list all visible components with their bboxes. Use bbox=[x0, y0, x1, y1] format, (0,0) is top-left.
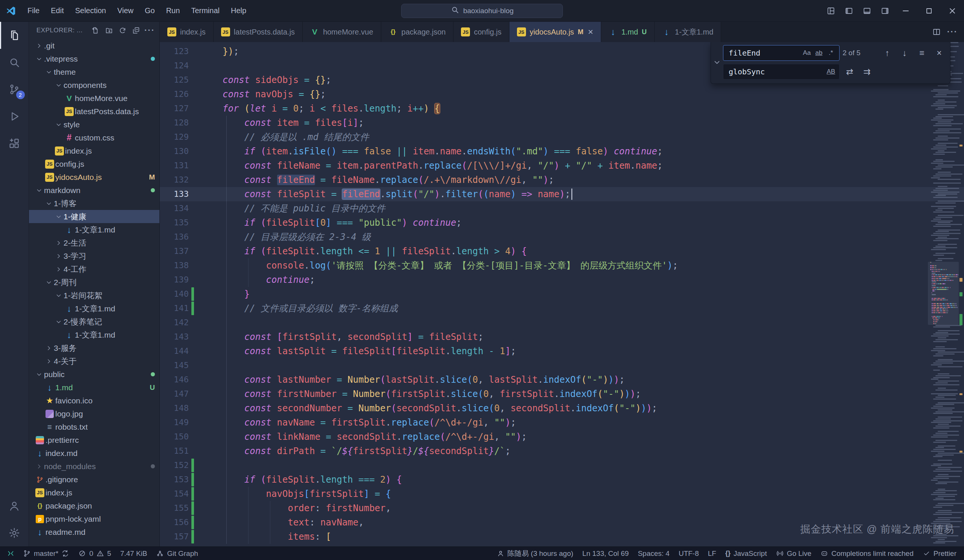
tree-item-2-周刊[interactable]: 2-周刊 bbox=[29, 276, 160, 289]
tab-index.js[interactable]: JSindex.js bbox=[160, 22, 213, 42]
activity-account[interactable] bbox=[0, 492, 29, 519]
previous-match-button[interactable]: ↑ bbox=[880, 46, 894, 60]
customize-layout-icon[interactable] bbox=[822, 0, 840, 21]
tree-item-1.md[interactable]: ↓1.mdU bbox=[29, 381, 160, 394]
activity-extensions[interactable] bbox=[0, 130, 29, 157]
tree-item-homeMore.vue[interactable]: VhomeMore.vue bbox=[29, 92, 160, 105]
code-line-149[interactable]: 149 const navName = firstSplit.replace(/… bbox=[160, 416, 964, 430]
tree-item-robots.txt[interactable]: ≡robots.txt bbox=[29, 420, 160, 433]
blame-status[interactable]: 陈随易 (3 hours ago) bbox=[492, 547, 578, 560]
code-line-152[interactable]: 152 bbox=[160, 458, 964, 472]
close-button[interactable] bbox=[941, 0, 964, 21]
menu-selection[interactable]: Selection bbox=[70, 6, 112, 15]
tree-item-components[interactable]: components bbox=[29, 78, 160, 92]
tree-item-.prettierrc[interactable]: .prettierrc bbox=[29, 433, 160, 446]
tree-item-1-岩间花絮[interactable]: 1-岩间花絮 bbox=[29, 289, 160, 302]
refresh-button[interactable] bbox=[116, 24, 129, 37]
tab-latestPosts.data.js[interactable]: JSlatestPosts.data.js bbox=[213, 22, 303, 42]
replace-input[interactable] bbox=[728, 67, 825, 76]
tab-1-文章1.md[interactable]: ↓1-文章1.md bbox=[655, 22, 721, 42]
tree-item-style[interactable]: style bbox=[29, 118, 160, 131]
code-line-139[interactable]: 139 continue; bbox=[160, 273, 964, 287]
code-line-137[interactable]: 137 if (fileSplit.length <= 1 || fileSpl… bbox=[160, 244, 964, 258]
tree-item-latestPosts.data.js[interactable]: JSlatestPosts.data.js bbox=[29, 105, 160, 118]
menu-run[interactable]: Run bbox=[161, 6, 186, 15]
tree-item-theme[interactable]: theme bbox=[29, 65, 160, 78]
code-line-147[interactable]: 147 const firstNumber = Number(firstSpli… bbox=[160, 387, 964, 401]
maximize-button[interactable] bbox=[917, 0, 941, 21]
completions-status[interactable]: Completions limit reached bbox=[816, 547, 918, 560]
find-in-selection-button[interactable]: ≡ bbox=[915, 46, 929, 60]
code-line-134[interactable]: 134 // 不能是 public 目录中的文件 bbox=[160, 201, 964, 216]
code-line-133[interactable]: 133 const fileSplit = fileEnd.split("/")… bbox=[160, 187, 964, 201]
tree-item-1-文章1.md[interactable]: ↓1-文章1.md bbox=[29, 302, 160, 315]
code-line-144[interactable]: 144 const lastSplit = fileSplit[fileSpli… bbox=[160, 344, 964, 358]
code-line-154[interactable]: 154 navObjs[firstSplit] = { bbox=[160, 487, 964, 501]
tree-item-1-博客[interactable]: 1-博客 bbox=[29, 197, 160, 210]
cursor-position-status[interactable]: Ln 133, Col 69 bbox=[578, 547, 633, 560]
menu-help[interactable]: Help bbox=[225, 6, 252, 15]
encoding-status[interactable]: UTF-8 bbox=[674, 547, 703, 560]
more-button[interactable]: ··· bbox=[143, 24, 156, 37]
code-line-155[interactable]: 155 order: firstNumber, bbox=[160, 501, 964, 515]
tree-item-1-文章1.md[interactable]: ↓1-文章1.md bbox=[29, 223, 160, 236]
git-graph-status[interactable]: Git Graph bbox=[151, 547, 202, 560]
editor[interactable]: 123});124125const sideObjs = {};126const… bbox=[160, 42, 964, 547]
code-line-143[interactable]: 143 const [firstSplit, secondSplit] = fi… bbox=[160, 330, 964, 344]
code-line-138[interactable]: 138 console.log('请按照 【分类-文章】 或者 【分类-[项目]… bbox=[160, 258, 964, 273]
tab-homeMore.vue[interactable]: VhomeMore.vue bbox=[303, 22, 381, 42]
tree-item-config.js[interactable]: JSconfig.js bbox=[29, 157, 160, 170]
activity-settings[interactable] bbox=[0, 519, 29, 547]
tab-config.js[interactable]: JSconfig.js bbox=[453, 22, 509, 42]
regex-button[interactable]: .* bbox=[825, 47, 837, 59]
code-line-150[interactable]: 150 const linkName = secondSplit.replace… bbox=[160, 430, 964, 444]
next-match-button[interactable]: ↓ bbox=[897, 46, 912, 60]
tree-item-4-关于[interactable]: 4-关于 bbox=[29, 355, 160, 368]
tree-item-.gitignore[interactable]: .gitignore bbox=[29, 473, 160, 486]
problems-status[interactable]: 05 bbox=[74, 547, 116, 560]
toggle-replace-button[interactable] bbox=[711, 45, 723, 80]
tree-item-pnpm-lock.yaml[interactable]: ppnpm-lock.yaml bbox=[29, 512, 160, 526]
tree-item-index.js[interactable]: JSindex.js bbox=[29, 144, 160, 157]
new-file-button[interactable] bbox=[89, 24, 102, 37]
tree-item-index.md[interactable]: ↓index.md bbox=[29, 446, 160, 460]
code-line-141[interactable]: 141 // 文件或目录必须以 数字-名称组成 bbox=[160, 301, 964, 315]
code-line-140[interactable]: 140 } bbox=[160, 287, 964, 301]
tree-item-2-生活[interactable]: 2-生活 bbox=[29, 236, 160, 249]
toggle-sidebar-icon[interactable] bbox=[840, 0, 858, 21]
activity-search[interactable] bbox=[0, 49, 29, 76]
tab-package.json[interactable]: {}package.json bbox=[381, 22, 454, 42]
language-status[interactable]: {}JavaScript bbox=[721, 547, 772, 560]
match-case-button[interactable]: Aa bbox=[801, 47, 813, 59]
tree-item-custom.css[interactable]: #custom.css bbox=[29, 131, 160, 144]
toggle-secondary-sidebar-icon[interactable] bbox=[876, 0, 894, 21]
minimap[interactable] bbox=[929, 42, 958, 547]
go-live-status[interactable]: Go Live bbox=[772, 547, 816, 560]
code-line-153[interactable]: 153 if (fileSplit.length === 2) { bbox=[160, 472, 964, 487]
tab-1.md[interactable]: ↓1.mdU bbox=[601, 22, 655, 42]
new-folder-button[interactable] bbox=[102, 24, 116, 37]
file-size-status[interactable]: 7.47 KiB bbox=[116, 547, 152, 560]
prettier-status[interactable]: Prettier bbox=[918, 547, 961, 560]
menu-go[interactable]: Go bbox=[139, 6, 161, 15]
code-line-146[interactable]: 146 const lastNumber = Number(lastSplit.… bbox=[160, 373, 964, 387]
minimize-button[interactable] bbox=[894, 0, 917, 21]
tree-item-2-慢养笔记[interactable]: 2-慢养笔记 bbox=[29, 315, 160, 328]
close-find-button[interactable]: × bbox=[932, 46, 946, 60]
tree-item-3-服务[interactable]: 3-服务 bbox=[29, 341, 160, 355]
command-center[interactable]: baoxiaohui-blog bbox=[401, 4, 563, 18]
tree-item-.git[interactable]: .git bbox=[29, 39, 160, 52]
remote-indicator[interactable] bbox=[3, 547, 18, 560]
branch-status[interactable]: master* bbox=[18, 547, 74, 560]
menu-file[interactable]: File bbox=[22, 6, 45, 15]
tree-item-1-健康[interactable]: 1-健康 bbox=[29, 210, 160, 223]
minimap-slider[interactable] bbox=[928, 262, 959, 325]
tree-item-markdown[interactable]: markdown bbox=[29, 183, 160, 197]
code-line-131[interactable]: 131 const fileName = item.parentPath.rep… bbox=[160, 159, 964, 173]
menu-terminal[interactable]: Terminal bbox=[186, 6, 225, 15]
tree-item-index.js[interactable]: JSindex.js bbox=[29, 486, 160, 499]
split-editor-button[interactable] bbox=[929, 24, 944, 40]
code-line-145[interactable]: 145 bbox=[160, 358, 964, 373]
tree-item-package.json[interactable]: {}package.json bbox=[29, 499, 160, 512]
code-line-132[interactable]: 132 const fileEnd = fileName.replace(/.+… bbox=[160, 173, 964, 187]
